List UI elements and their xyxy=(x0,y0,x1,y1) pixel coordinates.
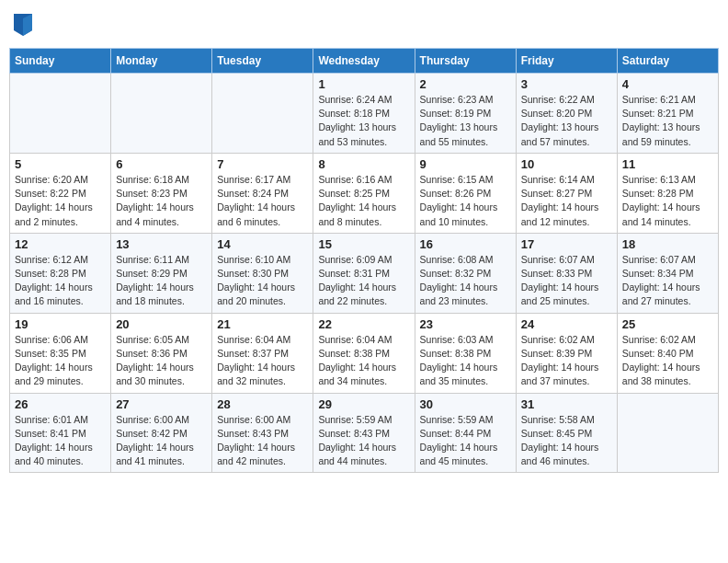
calendar-cell: 22Sunrise: 6:04 AM Sunset: 8:38 PM Dayli… xyxy=(313,313,415,393)
day-number: 2 xyxy=(420,77,511,91)
calendar-cell: 7Sunrise: 6:17 AM Sunset: 8:24 PM Daylig… xyxy=(212,153,313,233)
calendar-cell xyxy=(10,74,111,154)
day-info: Sunrise: 5:59 AM Sunset: 8:43 PM Dayligh… xyxy=(318,413,409,469)
day-info: Sunrise: 6:15 AM Sunset: 8:26 PM Dayligh… xyxy=(420,173,511,229)
calendar-cell: 31Sunrise: 5:58 AM Sunset: 8:45 PM Dayli… xyxy=(516,393,617,473)
day-info: Sunrise: 6:07 AM Sunset: 8:34 PM Dayligh… xyxy=(622,253,713,309)
calendar-cell: 28Sunrise: 6:00 AM Sunset: 8:43 PM Dayli… xyxy=(212,393,313,473)
day-info: Sunrise: 5:59 AM Sunset: 8:44 PM Dayligh… xyxy=(420,413,511,469)
day-info: Sunrise: 6:04 AM Sunset: 8:37 PM Dayligh… xyxy=(217,333,308,389)
column-header-tuesday: Tuesday xyxy=(212,49,313,74)
calendar-cell: 6Sunrise: 6:18 AM Sunset: 8:23 PM Daylig… xyxy=(111,153,212,233)
calendar-cell: 8Sunrise: 6:16 AM Sunset: 8:25 PM Daylig… xyxy=(313,153,415,233)
day-number: 18 xyxy=(622,237,713,251)
day-number: 15 xyxy=(318,237,409,251)
calendar-week-2: 5Sunrise: 6:20 AM Sunset: 8:22 PM Daylig… xyxy=(10,153,719,233)
calendar-cell: 29Sunrise: 5:59 AM Sunset: 8:43 PM Dayli… xyxy=(313,393,415,473)
logo-icon xyxy=(14,14,32,36)
day-info: Sunrise: 6:11 AM Sunset: 8:29 PM Dayligh… xyxy=(116,253,207,309)
calendar-cell: 11Sunrise: 6:13 AM Sunset: 8:28 PM Dayli… xyxy=(617,153,718,233)
calendar-cell: 14Sunrise: 6:10 AM Sunset: 8:30 PM Dayli… xyxy=(212,233,313,313)
day-number: 21 xyxy=(217,317,308,331)
calendar-cell: 2Sunrise: 6:23 AM Sunset: 8:19 PM Daylig… xyxy=(415,74,516,154)
day-number: 27 xyxy=(116,397,207,411)
day-info: Sunrise: 6:01 AM Sunset: 8:41 PM Dayligh… xyxy=(15,413,106,469)
day-info: Sunrise: 6:18 AM Sunset: 8:23 PM Dayligh… xyxy=(116,173,207,229)
calendar-cell: 24Sunrise: 6:02 AM Sunset: 8:39 PM Dayli… xyxy=(516,313,617,393)
calendar-cell: 21Sunrise: 6:04 AM Sunset: 8:37 PM Dayli… xyxy=(212,313,313,393)
day-info: Sunrise: 6:02 AM Sunset: 8:40 PM Dayligh… xyxy=(622,333,713,389)
day-info: Sunrise: 6:00 AM Sunset: 8:42 PM Dayligh… xyxy=(116,413,207,469)
calendar-cell: 30Sunrise: 5:59 AM Sunset: 8:44 PM Dayli… xyxy=(415,393,516,473)
calendar-cell: 18Sunrise: 6:07 AM Sunset: 8:34 PM Dayli… xyxy=(617,233,718,313)
calendar-week-3: 12Sunrise: 6:12 AM Sunset: 8:28 PM Dayli… xyxy=(10,233,719,313)
day-number: 13 xyxy=(116,237,207,251)
day-info: Sunrise: 6:00 AM Sunset: 8:43 PM Dayligh… xyxy=(217,413,308,469)
day-number: 10 xyxy=(521,157,612,171)
calendar-cell: 27Sunrise: 6:00 AM Sunset: 8:42 PM Dayli… xyxy=(111,393,212,473)
calendar-cell: 23Sunrise: 6:03 AM Sunset: 8:38 PM Dayli… xyxy=(415,313,516,393)
day-number: 17 xyxy=(521,237,612,251)
calendar-week-1: 1Sunrise: 6:24 AM Sunset: 8:18 PM Daylig… xyxy=(10,74,719,154)
day-info: Sunrise: 6:04 AM Sunset: 8:38 PM Dayligh… xyxy=(318,333,409,389)
day-info: Sunrise: 6:05 AM Sunset: 8:36 PM Dayligh… xyxy=(116,333,207,389)
day-info: Sunrise: 6:02 AM Sunset: 8:39 PM Dayligh… xyxy=(521,333,612,389)
day-info: Sunrise: 6:08 AM Sunset: 8:32 PM Dayligh… xyxy=(420,253,511,309)
day-info: Sunrise: 6:13 AM Sunset: 8:28 PM Dayligh… xyxy=(622,173,713,229)
calendar-cell: 3Sunrise: 6:22 AM Sunset: 8:20 PM Daylig… xyxy=(516,74,617,154)
calendar-cell xyxy=(111,74,212,154)
calendar-cell: 19Sunrise: 6:06 AM Sunset: 8:35 PM Dayli… xyxy=(10,313,111,393)
day-number: 19 xyxy=(15,317,106,331)
day-info: Sunrise: 6:20 AM Sunset: 8:22 PM Dayligh… xyxy=(15,173,106,229)
column-header-sunday: Sunday xyxy=(10,49,111,74)
calendar-cell: 25Sunrise: 6:02 AM Sunset: 8:40 PM Dayli… xyxy=(617,313,718,393)
day-number: 6 xyxy=(116,157,207,171)
day-info: Sunrise: 6:06 AM Sunset: 8:35 PM Dayligh… xyxy=(15,333,106,389)
day-number: 1 xyxy=(318,77,409,91)
calendar-cell: 13Sunrise: 6:11 AM Sunset: 8:29 PM Dayli… xyxy=(111,233,212,313)
calendar-cell: 1Sunrise: 6:24 AM Sunset: 8:18 PM Daylig… xyxy=(313,74,415,154)
column-header-wednesday: Wednesday xyxy=(313,49,415,74)
calendar-cell: 20Sunrise: 6:05 AM Sunset: 8:36 PM Dayli… xyxy=(111,313,212,393)
day-number: 28 xyxy=(217,397,308,411)
day-number: 26 xyxy=(15,397,106,411)
day-info: Sunrise: 6:22 AM Sunset: 8:20 PM Dayligh… xyxy=(521,93,612,149)
calendar-cell: 4Sunrise: 6:21 AM Sunset: 8:21 PM Daylig… xyxy=(617,74,718,154)
logo xyxy=(14,14,35,36)
day-info: Sunrise: 6:12 AM Sunset: 8:28 PM Dayligh… xyxy=(15,253,106,309)
day-number: 22 xyxy=(318,317,409,331)
calendar-cell: 9Sunrise: 6:15 AM Sunset: 8:26 PM Daylig… xyxy=(415,153,516,233)
day-number: 31 xyxy=(521,397,612,411)
day-number: 11 xyxy=(622,157,713,171)
day-info: Sunrise: 6:14 AM Sunset: 8:27 PM Dayligh… xyxy=(521,173,612,229)
column-header-saturday: Saturday xyxy=(617,49,718,74)
day-info: Sunrise: 6:10 AM Sunset: 8:30 PM Dayligh… xyxy=(217,253,308,309)
column-header-thursday: Thursday xyxy=(415,49,516,74)
day-number: 23 xyxy=(420,317,511,331)
day-number: 14 xyxy=(217,237,308,251)
calendar-cell: 10Sunrise: 6:14 AM Sunset: 8:27 PM Dayli… xyxy=(516,153,617,233)
day-info: Sunrise: 6:24 AM Sunset: 8:18 PM Dayligh… xyxy=(318,93,409,149)
calendar-cell: 5Sunrise: 6:20 AM Sunset: 8:22 PM Daylig… xyxy=(10,153,111,233)
day-info: Sunrise: 6:17 AM Sunset: 8:24 PM Dayligh… xyxy=(217,173,308,229)
calendar-cell xyxy=(212,74,313,154)
day-number: 24 xyxy=(521,317,612,331)
calendar-week-5: 26Sunrise: 6:01 AM Sunset: 8:41 PM Dayli… xyxy=(10,393,719,473)
day-number: 29 xyxy=(318,397,409,411)
day-info: Sunrise: 6:09 AM Sunset: 8:31 PM Dayligh… xyxy=(318,253,409,309)
day-number: 8 xyxy=(318,157,409,171)
day-info: Sunrise: 6:23 AM Sunset: 8:19 PM Dayligh… xyxy=(420,93,511,149)
calendar-cell: 15Sunrise: 6:09 AM Sunset: 8:31 PM Dayli… xyxy=(313,233,415,313)
day-info: Sunrise: 6:16 AM Sunset: 8:25 PM Dayligh… xyxy=(318,173,409,229)
day-number: 5 xyxy=(15,157,106,171)
day-number: 4 xyxy=(622,77,713,91)
day-number: 3 xyxy=(521,77,612,91)
page-header xyxy=(9,9,719,40)
calendar-cell xyxy=(617,393,718,473)
calendar-cell: 16Sunrise: 6:08 AM Sunset: 8:32 PM Dayli… xyxy=(415,233,516,313)
day-number: 9 xyxy=(420,157,511,171)
day-number: 20 xyxy=(116,317,207,331)
day-number: 25 xyxy=(622,317,713,331)
column-header-friday: Friday xyxy=(516,49,617,74)
day-number: 7 xyxy=(217,157,308,171)
